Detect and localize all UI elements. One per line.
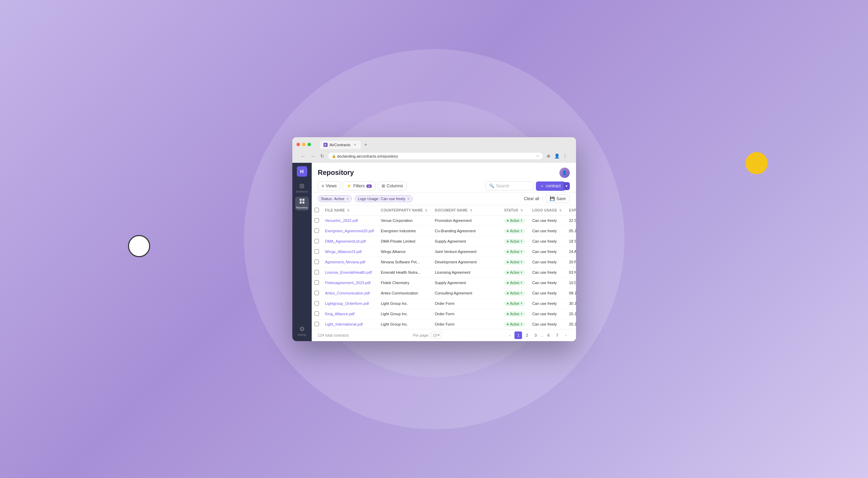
sidebar-item-dashboard[interactable]: ⊞ Dashboard bbox=[295, 181, 309, 195]
page-btn-7[interactable]: 7 bbox=[553, 331, 561, 339]
user-avatar[interactable]: 👤 bbox=[559, 168, 570, 178]
row-check-1[interactable] bbox=[314, 228, 319, 233]
row-checkbox-8[interactable] bbox=[312, 298, 322, 309]
sidebar-item-settings[interactable]: ⚙ Settings bbox=[295, 324, 309, 338]
add-contract-btn[interactable]: ＋ contract bbox=[536, 181, 565, 191]
status-badge-9[interactable]: Active ▾ bbox=[504, 311, 525, 317]
filter-icon: ⚡ bbox=[346, 184, 351, 188]
per-page-select[interactable]: 10 ▾ bbox=[431, 332, 442, 338]
file-link-9[interactable]: King_Alliance.pdf bbox=[325, 312, 355, 316]
row-check-3[interactable] bbox=[314, 249, 319, 254]
file-link-7[interactable]: Antes_Communication.pdf bbox=[325, 291, 370, 295]
filter-status-remove[interactable]: × bbox=[347, 197, 349, 201]
search-icon: 🔍 bbox=[489, 184, 494, 188]
file-link-1[interactable]: Evergreen_Agreement20.pdf bbox=[325, 229, 374, 233]
file-link-10[interactable]: Light_International.pdf bbox=[325, 322, 363, 326]
row-checkbox-1[interactable] bbox=[312, 226, 322, 236]
col-header-file-name[interactable]: FILE NAME ⇅ bbox=[322, 205, 377, 216]
row-checkbox-6[interactable] bbox=[312, 278, 322, 288]
status-badge-8[interactable]: Active ▾ bbox=[504, 301, 525, 306]
col-header-status[interactable]: STATUS ⇅ bbox=[501, 205, 529, 216]
views-btn[interactable]: ≡ Views bbox=[318, 181, 341, 190]
page-btn-1[interactable]: 1 bbox=[514, 331, 522, 339]
nav-reload-btn[interactable]: ↻ bbox=[319, 152, 326, 160]
filter-chip-status[interactable]: Status: Active × bbox=[318, 195, 352, 202]
table-container[interactable]: FILE NAME ⇅ COUNTERPARTY NAME ⇅ DOCUMENT… bbox=[312, 205, 576, 329]
search-box[interactable]: 🔍 Search bbox=[485, 181, 534, 190]
page-title: Repository bbox=[318, 169, 354, 177]
col-header-document[interactable]: DOCUMENT NAME ⇅ bbox=[431, 205, 501, 216]
status-badge-7[interactable]: Active ▾ bbox=[504, 291, 525, 296]
filter-chip-logo[interactable]: Logo Usage: Can use freely × bbox=[355, 195, 413, 202]
status-badge-2[interactable]: Active ▾ bbox=[504, 239, 525, 244]
status-badge-5[interactable]: Active ▾ bbox=[504, 270, 525, 275]
address-bar[interactable]: 🔒 doclanding.aircontracts.io/repository … bbox=[328, 153, 543, 159]
row-check-5[interactable] bbox=[314, 270, 319, 274]
sidebar-logo[interactable]: H bbox=[297, 166, 307, 177]
file-link-0[interactable]: VenueInc_2022.pdf bbox=[325, 218, 358, 223]
row-check-0[interactable] bbox=[314, 218, 319, 223]
status-badge-4[interactable]: Active ▾ bbox=[504, 260, 525, 265]
columns-btn[interactable]: ⊞ Columns bbox=[378, 181, 407, 190]
filter-logo-remove[interactable]: × bbox=[407, 197, 409, 201]
file-link-3[interactable]: Wings_Alliance23.pdf bbox=[325, 250, 362, 254]
status-badge-6[interactable]: Active ▾ bbox=[504, 280, 525, 285]
traffic-light-fullscreen[interactable] bbox=[308, 143, 311, 146]
new-tab-btn[interactable]: + bbox=[362, 140, 370, 149]
nav-forward-btn[interactable]: → bbox=[309, 152, 317, 160]
extensions-icon[interactable]: ⊕ bbox=[545, 152, 552, 160]
browser-tab-aircontracts[interactable]: A AirContracts × bbox=[320, 141, 361, 149]
status-badge-1[interactable]: Active ▾ bbox=[504, 228, 525, 234]
row-check-8[interactable] bbox=[314, 301, 319, 306]
page-btn-2[interactable]: 2 bbox=[523, 331, 531, 339]
row-check-9[interactable] bbox=[314, 311, 319, 316]
save-btn[interactable]: 💾 Save bbox=[546, 195, 569, 203]
row-check-7[interactable] bbox=[314, 291, 319, 295]
row-check-2[interactable] bbox=[314, 239, 319, 243]
status-badge-3[interactable]: Active ▾ bbox=[504, 249, 525, 254]
file-link-4[interactable]: Agreement_Nirvana.pdf bbox=[325, 260, 365, 264]
page-btn-6[interactable]: 6 bbox=[545, 331, 552, 339]
nav-back-btn[interactable]: ← bbox=[299, 152, 307, 160]
file-link-6[interactable]: Flotexagreement_2023.pdf bbox=[325, 281, 371, 285]
traffic-light-close[interactable] bbox=[296, 143, 300, 146]
col-header-expiry[interactable]: EXPIRATION DATE ⇅ bbox=[566, 205, 576, 216]
col-header-logo[interactable]: LOGO USAGE ⇅ bbox=[529, 205, 565, 216]
row-checkbox-7[interactable] bbox=[312, 288, 322, 298]
row-checkbox-5[interactable] bbox=[312, 267, 322, 278]
status-badge-10[interactable]: Active ▾ bbox=[504, 322, 525, 327]
row-checkbox-2[interactable] bbox=[312, 236, 322, 246]
sidebar-item-repository[interactable]: Repository bbox=[295, 197, 309, 210]
prev-page-btn[interactable]: ‹ bbox=[506, 331, 513, 339]
row-check-4[interactable] bbox=[314, 260, 319, 264]
more-icon[interactable]: ⋮ bbox=[561, 152, 569, 160]
status-badge-0[interactable]: Active ▾ bbox=[504, 218, 525, 223]
cell-expiry-0: 22 Sep 2024 bbox=[566, 215, 576, 226]
header-checkbox[interactable] bbox=[312, 205, 322, 216]
traffic-light-minimize[interactable] bbox=[302, 143, 305, 146]
file-link-2[interactable]: DMA_AgreementLtd.pdf bbox=[325, 239, 366, 243]
dashboard-icon: ⊞ bbox=[299, 182, 304, 190]
file-link-8[interactable]: Lightgroup_Orderform.pdf bbox=[325, 301, 369, 306]
file-link-5[interactable]: License_EmeraldHealth.pdf bbox=[325, 270, 372, 274]
svg-rect-0 bbox=[300, 199, 302, 201]
row-check-10[interactable] bbox=[314, 322, 319, 326]
row-checkbox-10[interactable] bbox=[312, 319, 322, 329]
tab-favicon: A bbox=[323, 143, 328, 147]
row-checkbox-9[interactable] bbox=[312, 309, 322, 319]
select-all-checkbox[interactable] bbox=[314, 208, 319, 212]
row-checkbox-3[interactable] bbox=[312, 246, 322, 257]
row-checkbox-4[interactable] bbox=[312, 257, 322, 267]
clear-all-btn[interactable]: Clear all bbox=[524, 196, 539, 201]
next-page-btn[interactable]: › bbox=[562, 331, 569, 339]
col-header-counterparty[interactable]: COUNTERPARTY NAME ⇅ bbox=[377, 205, 431, 216]
filters-btn[interactable]: ⚡ Filters 2 bbox=[342, 181, 375, 190]
tab-close-btn[interactable]: × bbox=[353, 142, 357, 147]
bookmark-icon[interactable]: ☆ bbox=[536, 154, 539, 158]
profile-icon[interactable]: 👤 bbox=[553, 152, 561, 160]
cell-status-8: Active ▾ bbox=[501, 298, 529, 309]
page-btn-3[interactable]: 3 bbox=[532, 331, 539, 339]
row-check-6[interactable] bbox=[314, 280, 319, 285]
row-checkbox-0[interactable] bbox=[312, 215, 322, 226]
add-contract-dropdown[interactable]: ▾ bbox=[564, 182, 570, 190]
